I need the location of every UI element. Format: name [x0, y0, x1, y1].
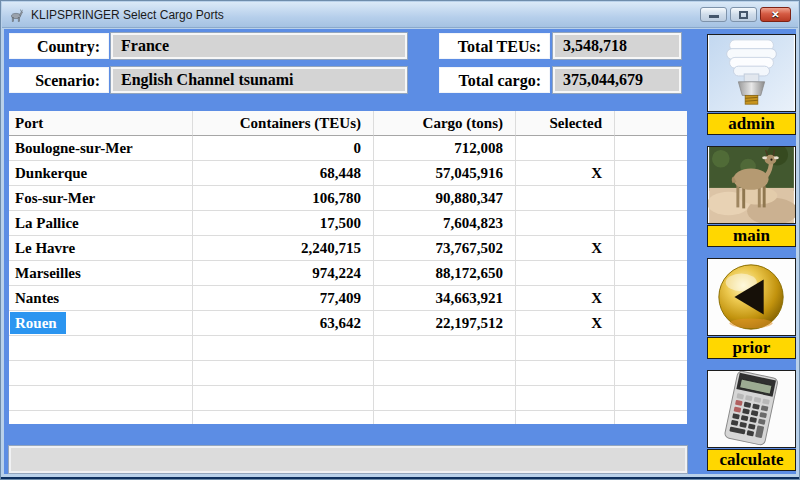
calculate-button-label: calculate [707, 449, 796, 471]
calculate-button[interactable]: calculate [707, 370, 796, 471]
ports-table: Port Containers (TEUs) Cargo (tons) Sele… [9, 111, 687, 424]
prior-button-label: prior [707, 337, 796, 359]
main-button-label: main [707, 225, 796, 247]
column-header-cargo: Cargo (tons) [374, 111, 516, 136]
admin-button[interactable]: admin [707, 34, 796, 135]
total-cargo-value-field: 375,044,679 [553, 67, 681, 93]
table-row[interactable]: Le Havre2,240,71573,767,502X [9, 236, 687, 261]
calculator-icon [707, 370, 796, 448]
ports-table-body: Boulogne-sur-Mer0712,008Dunkerque68,4485… [9, 136, 687, 424]
scenario-label: Scenario: [9, 67, 109, 93]
title-bar[interactable]: KLIPSPRINGER Select Cargo Ports ✕ [2, 2, 798, 28]
table-row[interactable]: Fos-sur-Mer106,78090,880,347 [9, 186, 687, 211]
table-empty-row [9, 361, 687, 386]
close-icon[interactable]: ✕ [760, 7, 791, 22]
total-teus-label: Total TEUs: [439, 33, 550, 59]
app-window: KLIPSPRINGER Select Cargo Ports ✕ Countr… [0, 0, 800, 480]
table-row[interactable]: Nantes77,40934,663,921X [9, 286, 687, 311]
maximize-icon[interactable] [730, 7, 757, 22]
table-empty-row [9, 336, 687, 361]
window-title: KLIPSPRINGER Select Cargo Ports [31, 8, 700, 22]
table-row[interactable]: Boulogne-sur-Mer0712,008 [9, 136, 687, 161]
column-header-selected: Selected [516, 111, 615, 136]
table-row[interactable]: Dunkerque68,44857,045,916X [9, 161, 687, 186]
back-arrow-icon [707, 258, 796, 336]
status-bar [9, 446, 687, 473]
total-cargo-label: Total cargo: [439, 67, 550, 93]
window-content: Country: France Scenario: English Channe… [4, 29, 796, 474]
app-icon [9, 7, 25, 23]
country-label: Country: [9, 33, 109, 59]
total-teus-value-field: 3,548,718 [553, 33, 681, 59]
prior-button[interactable]: prior [707, 258, 796, 359]
minimize-icon[interactable] [700, 7, 727, 22]
table-header: Port Containers (TEUs) Cargo (tons) Sele… [9, 111, 687, 136]
column-header-blank [615, 111, 687, 136]
column-header-containers: Containers (TEUs) [193, 111, 374, 136]
table-row[interactable]: Rouen63,64222,197,512X [9, 311, 687, 336]
klipspringer-photo-icon [707, 146, 796, 224]
table-empty-row [9, 411, 687, 424]
selected-cell-highlight: Rouen [10, 312, 66, 334]
cfl-lightbulb-icon [707, 34, 796, 112]
main-button[interactable]: main [707, 146, 796, 247]
admin-button-label: admin [707, 113, 796, 135]
country-value-field: France [111, 33, 407, 59]
table-empty-row [9, 386, 687, 411]
table-row[interactable]: Marseilles974,22488,172,650 [9, 261, 687, 286]
window-bottom-edge [1, 477, 799, 479]
scenario-value-field: English Channel tsunami [111, 67, 407, 93]
table-row[interactable]: La Pallice17,5007,604,823 [9, 211, 687, 236]
column-header-port: Port [9, 111, 193, 136]
